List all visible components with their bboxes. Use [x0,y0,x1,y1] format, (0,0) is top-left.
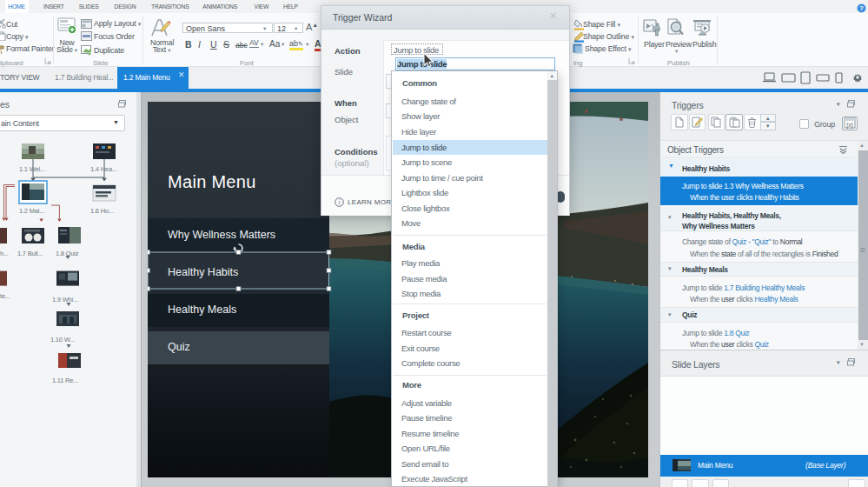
svg-text:i: i [338,198,340,206]
svg-text:[x]: [x] [846,122,852,129]
svg-text:?: ? [859,4,864,12]
